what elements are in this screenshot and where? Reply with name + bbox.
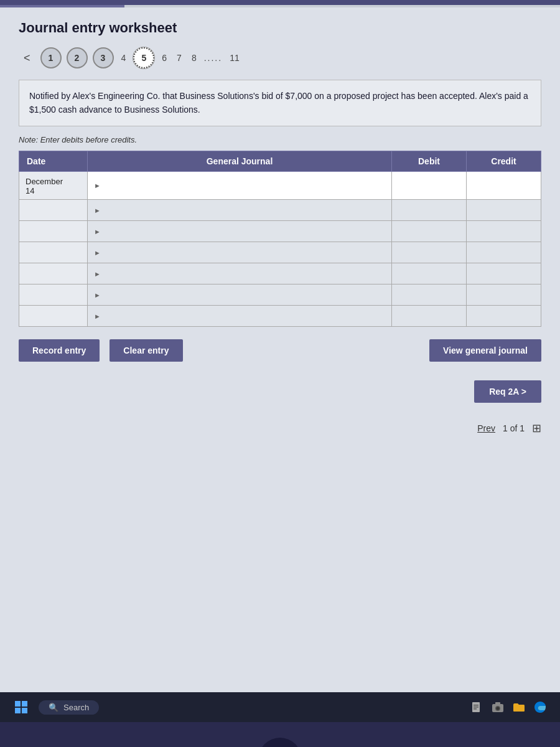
svg-point-10 — [497, 707, 500, 710]
action-buttons-row: Record entry Clear entry View general jo… — [19, 339, 541, 362]
page-11-label[interactable]: 11 — [227, 50, 242, 65]
table-row[interactable] — [19, 305, 88, 326]
credit-header: Credit — [467, 151, 541, 171]
journal-entry-cell[interactable]: ► — [88, 305, 392, 326]
record-entry-button[interactable]: Record entry — [19, 339, 100, 362]
debit-cell[interactable] — [392, 171, 467, 199]
credit-cell[interactable] — [467, 220, 541, 242]
credit-cell[interactable] — [467, 284, 541, 305]
page-1-button[interactable]: 1 — [40, 47, 62, 68]
table-row[interactable] — [19, 263, 88, 284]
taskbar-right — [469, 700, 548, 715]
svg-rect-5 — [474, 705, 478, 706]
svg-rect-1 — [22, 701, 27, 707]
taskbar-camera-icon[interactable] — [490, 700, 505, 715]
req-2a-button[interactable]: Req 2A > — [474, 380, 541, 403]
taskbar-file-icon[interactable] — [469, 700, 484, 715]
journal-entry-cell[interactable]: ► — [88, 171, 392, 199]
debit-cell[interactable] — [392, 220, 467, 242]
pagination-row: < 1 2 3 4 5 6 7 8 ..... 11 — [19, 47, 541, 68]
prev-arrow-button[interactable]: < — [19, 49, 35, 67]
page-dots: ..... — [204, 53, 222, 63]
top-bar — [0, 0, 560, 5]
taskbar: 🔍 Search — [0, 692, 560, 722]
journal-entry-cell[interactable]: ► — [88, 263, 392, 284]
general-journal-header: General Journal — [88, 151, 392, 171]
taskbar-search-icon: 🔍 — [49, 703, 58, 712]
table-row[interactable] — [19, 284, 88, 305]
hp-logo-container: hp — [258, 738, 302, 747]
debit-cell[interactable] — [392, 305, 467, 326]
taskbar-search-bar[interactable]: 🔍 Search — [39, 700, 99, 715]
credit-cell[interactable] — [467, 242, 541, 263]
page-2-button[interactable]: 2 — [67, 47, 88, 68]
table-row[interactable] — [19, 199, 88, 220]
credit-cell[interactable] — [467, 199, 541, 220]
journal-entry-cell[interactable]: ► — [88, 242, 392, 263]
debit-cell[interactable] — [392, 199, 467, 220]
page-8-label[interactable]: 8 — [189, 50, 199, 65]
debit-header: Debit — [392, 151, 467, 171]
table-row[interactable] — [19, 220, 88, 242]
credit-cell[interactable] — [467, 263, 541, 284]
debit-cell[interactable] — [392, 242, 467, 263]
journal-entry-cell[interactable]: ► — [88, 284, 392, 305]
prev-link[interactable]: Prev — [477, 423, 495, 433]
debit-cell[interactable] — [392, 263, 467, 284]
bottom-pagination: Prev 1 of 1 ⊞ — [19, 421, 541, 435]
svg-rect-3 — [22, 708, 27, 713]
journal-table: Date General Journal Debit Credit Decemb… — [19, 151, 541, 327]
windows-start-button[interactable] — [12, 698, 30, 716]
bottom-area: hp — [0, 722, 560, 747]
view-general-journal-button[interactable]: View general journal — [429, 339, 541, 362]
date-header: Date — [19, 151, 88, 171]
svg-rect-7 — [474, 708, 477, 710]
journal-entry-cell[interactable]: ► — [88, 199, 392, 220]
svg-rect-6 — [474, 707, 478, 708]
svg-rect-2 — [15, 708, 21, 713]
taskbar-edge-icon[interactable] — [533, 700, 548, 715]
page-4-label[interactable]: 4 — [119, 50, 129, 65]
credit-cell[interactable] — [467, 171, 541, 199]
table-row[interactable] — [19, 242, 88, 263]
page-3-button[interactable]: 3 — [93, 47, 114, 68]
main-content: Journal entry worksheet < 1 2 3 4 5 6 7 … — [0, 7, 560, 692]
page-info: 1 of 1 — [503, 423, 525, 433]
description-box: Notified by Alex's Engineering Co. that … — [19, 80, 541, 126]
clear-entry-button[interactable]: Clear entry — [110, 339, 182, 362]
taskbar-folder-icon[interactable] — [511, 700, 526, 715]
svg-rect-0 — [15, 701, 21, 707]
req-row: Req 2A > — [19, 380, 541, 403]
note-text: Note: Enter debits before credits. — [19, 135, 541, 144]
journal-entry-cell[interactable]: ► — [88, 220, 392, 242]
page-title: Journal entry worksheet — [19, 20, 541, 36]
credit-cell[interactable] — [467, 305, 541, 326]
svg-rect-11 — [495, 702, 500, 705]
table-row[interactable]: December14 — [19, 171, 88, 199]
grid-icon[interactable]: ⊞ — [532, 421, 541, 435]
page-5-button[interactable]: 5 — [133, 47, 154, 68]
page-6-label[interactable]: 6 — [159, 50, 169, 65]
debit-cell[interactable] — [392, 284, 467, 305]
taskbar-search-label: Search — [63, 703, 89, 712]
page-7-label[interactable]: 7 — [174, 50, 184, 65]
